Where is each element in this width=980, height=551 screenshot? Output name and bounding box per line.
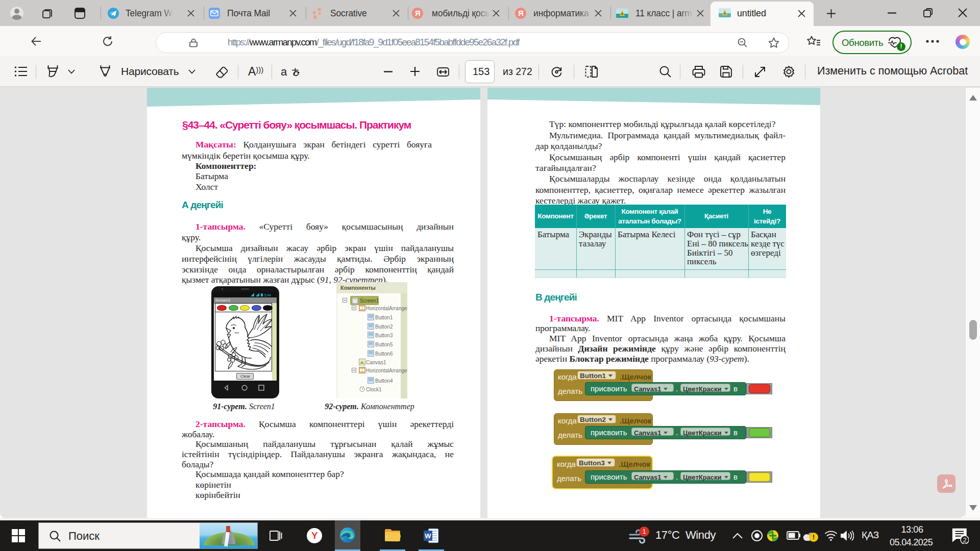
svg-text:5:44: 5:44 [264, 293, 271, 297]
svg-text:2: 2 [963, 536, 966, 544]
svg-text:W: W [425, 532, 431, 540]
